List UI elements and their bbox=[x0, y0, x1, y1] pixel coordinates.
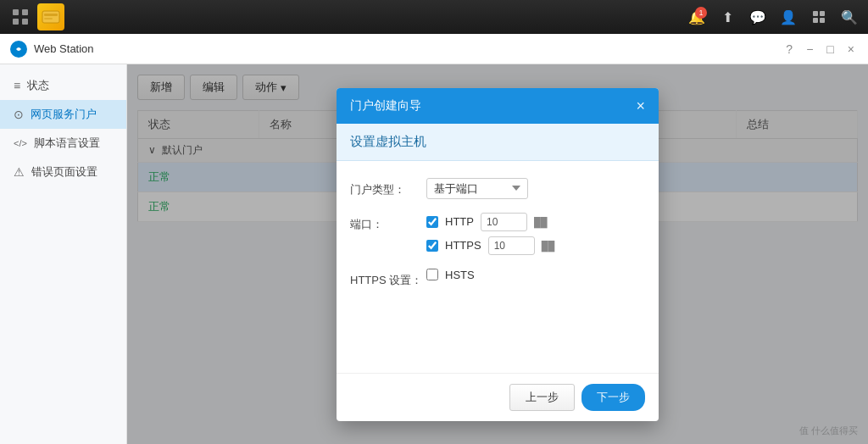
http-label: HTTP bbox=[445, 215, 474, 228]
modal-backdrop: 门户创建向导 × 设置虚拟主机 门户类型： 基 bbox=[127, 64, 868, 444]
upload-icon[interactable]: ⬆ bbox=[715, 5, 739, 29]
sidebar-item-status[interactable]: ≡ 状态 bbox=[0, 71, 126, 100]
sidebar-item-web-service-label: 网页服务门户 bbox=[31, 107, 97, 122]
port-label: 端口： bbox=[350, 213, 426, 232]
modal-close-button[interactable]: × bbox=[636, 98, 645, 114]
http-port-input[interactable] bbox=[481, 213, 527, 231]
https-port-row: HTTPS ██ bbox=[426, 236, 645, 255]
https-label: HTTPS bbox=[445, 239, 481, 252]
app-title: Web Station bbox=[34, 42, 94, 55]
portal-type-label: 门户类型： bbox=[350, 178, 426, 197]
sidebar-item-error-page[interactable]: ⚠ 错误页面设置 bbox=[0, 158, 126, 186]
svg-rect-8 bbox=[820, 11, 825, 16]
http-port-suffix: ██ bbox=[534, 217, 548, 227]
portal-type-select-wrapper: 基于端口 bbox=[426, 178, 645, 199]
portal-type-control: 基于端口 bbox=[426, 178, 645, 199]
taskbar-left bbox=[7, 3, 64, 31]
https-port-suffix: ██ bbox=[542, 241, 555, 251]
script-lang-icon: </> bbox=[14, 138, 27, 148]
svg-rect-5 bbox=[44, 14, 58, 16]
svg-rect-3 bbox=[22, 19, 28, 25]
hsts-checkbox[interactable] bbox=[426, 269, 438, 280]
hsts-label: HSTS bbox=[445, 269, 475, 281]
status-icon: ≡ bbox=[14, 79, 20, 92]
prev-button[interactable]: 上一步 bbox=[509, 384, 575, 411]
port-row: 端口： HTTP ██ HTTPS bbox=[350, 213, 645, 255]
grid-icon[interactable] bbox=[7, 3, 34, 31]
modal-wizard-title: 门户创建向导 bbox=[350, 98, 421, 114]
message-icon[interactable]: 💬 bbox=[746, 5, 770, 29]
taskbar: 🔔 1 ⬆ 💬 👤 🔍 bbox=[0, 0, 868, 34]
svg-rect-9 bbox=[813, 18, 818, 23]
sidebar-item-status-label: 状态 bbox=[27, 78, 49, 93]
search-icon[interactable]: 🔍 bbox=[837, 5, 861, 29]
port-control: HTTP ██ HTTPS ██ bbox=[426, 213, 645, 255]
taskbar-right: 🔔 1 ⬆ 💬 👤 🔍 bbox=[685, 5, 861, 29]
portal-type-select[interactable]: 基于端口 bbox=[426, 178, 528, 199]
svg-rect-6 bbox=[44, 18, 53, 19]
app-logo bbox=[10, 41, 27, 58]
web-service-icon: ⊙ bbox=[14, 108, 24, 121]
https-settings-row: HTTPS 设置： HSTS bbox=[350, 269, 645, 288]
minimize-button[interactable]: − bbox=[803, 41, 816, 58]
close-button[interactable]: × bbox=[844, 41, 858, 58]
modal-header: 门户创建向导 × bbox=[337, 88, 659, 124]
error-page-icon: ⚠ bbox=[14, 165, 25, 179]
titlebar-controls: ? − □ × bbox=[782, 41, 858, 58]
https-settings-label: HTTPS 设置： bbox=[350, 269, 426, 288]
app-titlebar: Web Station ? − □ × bbox=[0, 34, 868, 64]
hsts-row: HSTS bbox=[426, 269, 645, 281]
notification-badge: 1 bbox=[695, 7, 707, 19]
main-content: 新增 编辑 动作 ▾ 状态 名称 描述 链接 总结 bbox=[127, 64, 868, 444]
http-checkbox[interactable] bbox=[426, 216, 438, 228]
svg-rect-0 bbox=[13, 9, 19, 15]
notification-icon[interactable]: 🔔 1 bbox=[685, 5, 709, 29]
sidebar-item-script-lang-label: 脚本语言设置 bbox=[34, 136, 100, 151]
modal-footer: 上一步 下一步 bbox=[337, 373, 659, 421]
http-port-row: HTTP ██ bbox=[426, 213, 645, 231]
svg-rect-10 bbox=[820, 18, 825, 23]
svg-rect-4 bbox=[42, 11, 59, 23]
svg-rect-7 bbox=[813, 11, 818, 16]
svg-rect-1 bbox=[22, 9, 28, 15]
svg-rect-2 bbox=[13, 19, 19, 25]
sidebar-item-error-page-label: 错误页面设置 bbox=[31, 164, 97, 180]
modal-body: 门户类型： 基于端口 端口： bbox=[337, 161, 659, 373]
next-button[interactable]: 下一步 bbox=[581, 384, 645, 411]
app-window: Web Station ? − □ × ≡ 状态 ⊙ 网页服务门户 </> 脚本… bbox=[0, 34, 868, 444]
sidebar: ≡ 状态 ⊙ 网页服务门户 </> 脚本语言设置 ⚠ 错误页面设置 bbox=[0, 64, 127, 444]
sidebar-item-script-lang[interactable]: </> 脚本语言设置 bbox=[0, 129, 126, 158]
modal-dialog: 门户创建向导 × 设置虚拟主机 门户类型： 基 bbox=[337, 88, 659, 421]
https-settings-control: HSTS bbox=[426, 269, 645, 281]
https-port-input[interactable] bbox=[488, 236, 535, 255]
maximize-button[interactable]: □ bbox=[823, 41, 837, 58]
portal-type-row: 门户类型： 基于端口 bbox=[350, 178, 645, 199]
https-checkbox[interactable] bbox=[426, 240, 438, 252]
user-icon[interactable]: 👤 bbox=[776, 5, 800, 29]
modal-subtitle: 设置虚拟主机 bbox=[337, 124, 659, 161]
app-body: ≡ 状态 ⊙ 网页服务门户 </> 脚本语言设置 ⚠ 错误页面设置 新增 编辑 bbox=[0, 64, 868, 444]
help-button[interactable]: ? bbox=[782, 41, 796, 58]
sidebar-item-web-service[interactable]: ⊙ 网页服务门户 bbox=[0, 100, 126, 129]
windows-icon[interactable] bbox=[807, 5, 831, 29]
taskbar-app-icon[interactable] bbox=[37, 3, 64, 31]
